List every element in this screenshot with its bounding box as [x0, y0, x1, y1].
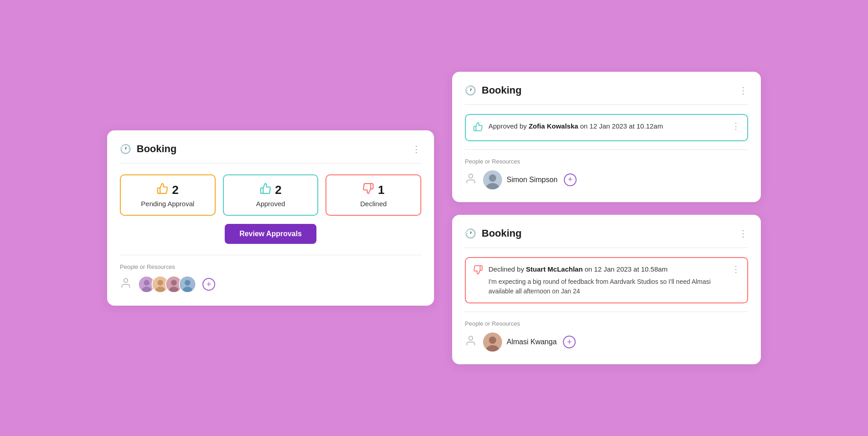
- svg-point-11: [185, 280, 191, 286]
- pending-icon: [157, 183, 168, 197]
- approved-text: Approved by Zofia Kowalska on 12 Jan 202…: [488, 121, 726, 132]
- clock-icon: 🕐: [120, 144, 131, 154]
- svg-point-5: [158, 280, 163, 286]
- declined-box-more-button[interactable]: ⋮: [732, 264, 740, 274]
- pending-count: 2: [172, 183, 178, 197]
- declined-header-text: Declined by Stuart McLachlan on 12 Jan 2…: [488, 264, 726, 275]
- almasi-avatar: [483, 332, 502, 352]
- declined-count: 1: [378, 183, 384, 197]
- declined-prefix: Declined by: [488, 265, 526, 273]
- left-people-row: +: [120, 276, 421, 293]
- declined-box: Declined by Stuart McLachlan on 12 Jan 2…: [465, 257, 748, 304]
- right-approved-clock-icon: 🕐: [465, 85, 476, 96]
- right-declined-header: 🕐 Booking ⋮: [465, 228, 748, 248]
- svg-point-15: [489, 174, 496, 182]
- right-approved-people-label: People or Resources: [465, 158, 748, 165]
- right-approved-header: 🕐 Booking ⋮: [465, 84, 748, 105]
- simon-name: Simon Simpson: [507, 176, 557, 184]
- almasi-name: Almasi Kwanga: [507, 338, 557, 346]
- right-declined-card: 🕐 Booking ⋮ Declined by Stuart McLachlan…: [452, 215, 761, 365]
- right-approved-people-section: People or Resources Simon Simpson: [465, 150, 748, 189]
- right-declined-people-row: Almasi Kwanga +: [465, 332, 748, 352]
- avatar-4: [179, 276, 196, 293]
- approved-box: Approved by Zofia Kowalska on 12 Jan 202…: [465, 114, 748, 141]
- stat-declined[interactable]: 1 Declined: [326, 174, 421, 216]
- add-simon-button[interactable]: +: [564, 173, 577, 186]
- svg-point-2: [144, 280, 150, 286]
- avatar-stack: [138, 276, 196, 293]
- right-approved-more-button[interactable]: ⋮: [739, 85, 748, 96]
- right-declined-people-icon: [465, 335, 477, 349]
- right-approved-card: 🕐 Booking ⋮ Approved by Zofia Kowalska o…: [452, 72, 761, 202]
- right-declined-clock-icon: 🕐: [465, 228, 476, 239]
- svg-point-13: [469, 174, 473, 178]
- stat-pending[interactable]: 2 Pending Approval: [120, 174, 216, 216]
- left-card-header: 🕐 Booking ⋮: [120, 143, 421, 164]
- svg-point-17: [469, 337, 473, 341]
- approved-icon: [260, 183, 271, 197]
- thumbs-down-icon: [473, 265, 483, 277]
- approved-suffix: on 12 Jan 2023 at 10.12am: [578, 122, 663, 130]
- declined-text: Declined by Stuart McLachlan on 12 Jan 2…: [488, 264, 726, 297]
- approved-box-more-button[interactable]: ⋮: [732, 121, 740, 131]
- review-btn-row: Review Approvals: [120, 224, 421, 244]
- approved-approver: Zofia Kowalska: [528, 122, 578, 130]
- declined-label: Declined: [360, 200, 386, 208]
- approved-count: 2: [275, 183, 281, 197]
- simon-avatar: [483, 170, 502, 189]
- stat-approved[interactable]: 2 Approved: [223, 174, 319, 216]
- add-almasi-button[interactable]: +: [563, 336, 576, 348]
- approved-label: Approved: [256, 200, 285, 208]
- svg-point-0: [124, 278, 128, 282]
- svg-point-8: [171, 280, 177, 286]
- right-declined-more-button[interactable]: ⋮: [739, 228, 748, 239]
- review-approvals-button[interactable]: Review Approvals: [225, 224, 316, 244]
- declined-note: I'm expecting a big round of feedback fr…: [488, 277, 726, 296]
- declined-suffix: on 12 Jan 2023 at 10.58am: [583, 265, 668, 273]
- declined-icon: [362, 183, 374, 197]
- declined-approver: Stuart McLachlan: [526, 265, 583, 273]
- add-person-button[interactable]: +: [202, 278, 215, 291]
- right-declined-title: Booking: [482, 228, 733, 239]
- people-icon: [120, 277, 132, 292]
- right-declined-people-section: People or Resources Almasi Kwanga: [465, 312, 748, 352]
- left-card-people-section: People or Resources: [120, 255, 421, 293]
- pending-label: Pending Approval: [141, 200, 195, 208]
- left-card-more-button[interactable]: ⋮: [412, 144, 421, 154]
- left-card-title: Booking: [137, 143, 406, 155]
- left-booking-card: 🕐 Booking ⋮ 2 Pending Approval: [107, 130, 434, 306]
- right-approved-people-icon: [465, 173, 477, 187]
- right-approved-title: Booking: [482, 84, 733, 96]
- left-people-label: People or Resources: [120, 263, 421, 270]
- svg-point-19: [489, 337, 496, 344]
- stats-row: 2 Pending Approval 2 Approved: [120, 174, 421, 216]
- thumbs-up-icon: [473, 122, 483, 134]
- right-column: 🕐 Booking ⋮ Approved by Zofia Kowalska o…: [452, 72, 761, 365]
- approved-prefix: Approved by: [488, 122, 528, 130]
- right-approved-people-row: Simon Simpson +: [465, 170, 748, 189]
- right-declined-people-label: People or Resources: [465, 320, 748, 327]
